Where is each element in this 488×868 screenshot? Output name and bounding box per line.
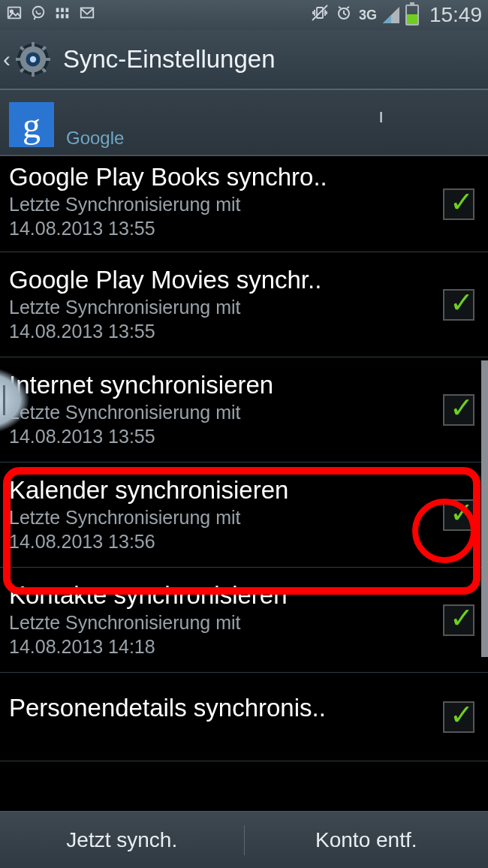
status-time: 15:49 — [429, 3, 482, 27]
grid-icon — [54, 5, 71, 26]
item-title: Kalender synchronisieren — [9, 476, 420, 505]
checkbox[interactable]: ✓ — [443, 188, 474, 220]
svg-rect-17 — [32, 42, 35, 48]
svg-rect-18 — [32, 71, 35, 77]
sync-item-internet[interactable]: Internet synchronisieren Letzte Synchron… — [0, 357, 488, 463]
checkbox[interactable]: ✓ — [443, 394, 474, 426]
battery-icon — [405, 5, 419, 26]
item-sub: Letzte Synchronisierung mit14.08.2013 13… — [9, 193, 420, 240]
item-sub: Letzte Synchronisierung mit14.08.2013 13… — [9, 296, 420, 343]
sync-now-button[interactable]: Jetzt synch. — [0, 828, 244, 852]
gmail-icon — [78, 5, 96, 26]
bottom-action-bar: Jetzt synch. Konto entf. — [0, 811, 488, 868]
google-badge-icon: g — [9, 102, 54, 147]
item-title: Personendetails synchronis.. — [9, 694, 420, 722]
sync-item-person-details[interactable]: Personendetails synchronis.. ✓ — [0, 673, 488, 761]
item-title: Google Play Movies synchr.. — [9, 266, 420, 294]
checkbox[interactable]: ✓ — [443, 701, 474, 733]
checkmark-icon: ✓ — [450, 192, 474, 212]
svg-rect-3 — [56, 8, 59, 12]
item-sub: Letzte Synchronisierung mit14.08.2013 13… — [9, 506, 420, 553]
status-icons-right: 3G 15:49 — [311, 3, 482, 27]
item-title: Kontakte synchronisieren — [9, 581, 420, 610]
item-title: Google Play Books synchro.. — [9, 163, 420, 191]
checkmark-icon: ✓ — [450, 705, 474, 725]
sync-item-play-movies[interactable]: Google Play Movies synchr.. Letzte Synch… — [0, 252, 488, 357]
checkbox[interactable]: ✓ — [443, 289, 474, 321]
signal-icon — [383, 7, 399, 23]
sync-item-play-books[interactable]: Google Play Books synchro.. Letzte Synch… — [0, 156, 488, 252]
checkmark-icon: ✓ — [450, 398, 474, 418]
title-bar[interactable]: ‹ Sync-Einstellungen — [0, 30, 488, 90]
svg-rect-6 — [56, 14, 59, 19]
page-title: Sync-Einstellungen — [63, 45, 276, 74]
item-sub: Letzte Synchronisierung mit14.08.2013 13… — [9, 401, 420, 448]
svg-point-2 — [33, 7, 44, 18]
svg-rect-5 — [66, 8, 69, 12]
sync-item-contacts[interactable]: Kontakte synchronisieren Letzte Synchron… — [0, 568, 488, 673]
account-header[interactable]: g ı Google — [0, 90, 488, 156]
svg-rect-7 — [61, 14, 64, 19]
settings-gear-icon — [15, 41, 51, 77]
svg-rect-20 — [44, 58, 50, 61]
account-email-obscured — [66, 96, 381, 123]
account-text: ı Google — [66, 96, 384, 149]
item-sub: Letzte Synchronisierung mit14.08.2013 14… — [9, 611, 420, 659]
whatsapp-icon — [30, 5, 47, 26]
checkmark-icon: ✓ — [450, 608, 474, 628]
remove-account-button[interactable]: Konto entf. — [245, 828, 489, 852]
checkbox[interactable]: ✓ — [443, 604, 474, 636]
checkmark-icon: ✓ — [450, 503, 474, 523]
svg-point-16 — [30, 56, 36, 62]
checkmark-icon: ✓ — [450, 293, 474, 313]
sync-list: Google Play Books synchro.. Letzte Synch… — [0, 156, 488, 761]
sync-item-calendar[interactable]: Kalender synchronisieren Letzte Synchron… — [0, 463, 488, 568]
vibrate-icon — [311, 4, 329, 26]
checkbox[interactable]: ✓ — [443, 499, 474, 531]
image-icon — [6, 5, 23, 26]
account-email-tail: ı — [378, 104, 384, 128]
status-bar: 3G 15:49 — [0, 0, 488, 30]
scrollbar-thumb[interactable] — [481, 360, 488, 657]
item-title: Internet synchronisieren — [9, 371, 420, 399]
status-icons-left — [6, 5, 96, 26]
item-sub — [9, 724, 420, 745]
svg-rect-4 — [61, 8, 64, 12]
network-label: 3G — [359, 8, 377, 23]
back-icon[interactable]: ‹ — [3, 47, 11, 72]
svg-point-1 — [11, 11, 13, 13]
svg-rect-8 — [66, 14, 69, 19]
svg-rect-19 — [16, 58, 22, 61]
alarm-icon — [335, 4, 353, 26]
account-provider: Google — [66, 128, 384, 149]
